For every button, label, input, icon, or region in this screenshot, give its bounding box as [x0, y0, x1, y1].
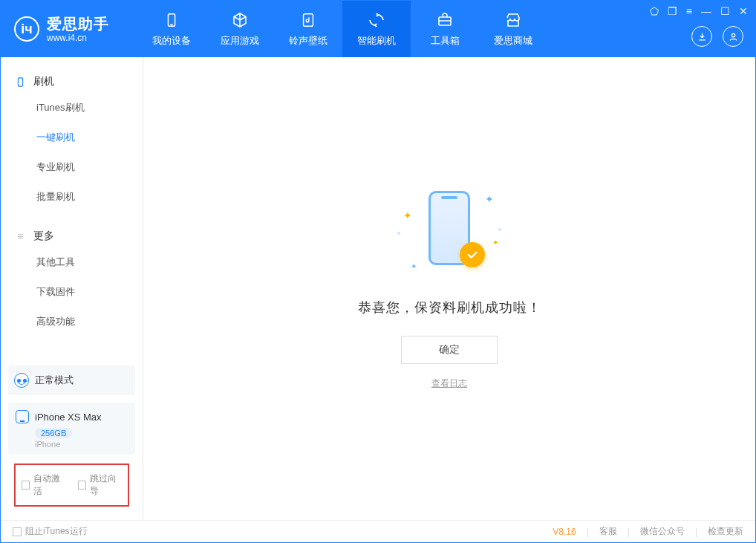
top-nav: 我的设备 应用游戏 铃声壁纸 智能刷机 工具箱 爱思商城	[137, 1, 547, 57]
app-name: 爱思助手	[47, 15, 109, 33]
shop-icon	[504, 10, 523, 30]
checkbox-skip-guide[interactable]: 跳过向导	[78, 472, 123, 498]
device-small-icon	[16, 410, 29, 423]
sidebar-item-download-firmware[interactable]: 下载固件	[1, 277, 143, 307]
svg-rect-5	[18, 77, 22, 85]
feedback-icon[interactable]: ❐	[668, 5, 677, 17]
phone-outline-icon	[14, 76, 26, 88]
logo-icon: iч	[14, 16, 39, 42]
list-icon: ≡	[14, 230, 26, 242]
app-logo: iч 爱思助手 www.i4.cn	[1, 1, 123, 57]
skin-icon[interactable]: ⬠	[650, 5, 659, 17]
app-header: iч 爱思助手 www.i4.cn 我的设备 应用游戏 铃声壁纸 智能刷机 工具…	[1, 1, 755, 57]
mode-label: 正常模式	[35, 374, 74, 387]
menu-icon[interactable]: ≡	[686, 5, 692, 17]
footer-link-wechat[interactable]: 微信公众号	[640, 525, 685, 538]
minimize-button[interactable]: —	[701, 5, 711, 17]
mode-icon	[14, 373, 29, 388]
sidebar-item-batch-flash[interactable]: 批量刷机	[1, 182, 143, 212]
download-button[interactable]	[691, 26, 712, 47]
device-mode[interactable]: 正常模式	[8, 365, 135, 395]
nav-ringtone-wallpaper[interactable]: 铃声壁纸	[274, 1, 342, 57]
version-label: V8.16	[553, 527, 576, 537]
status-bar: 阻止iTunes运行 V8.16 | 客服 | 微信公众号 | 检查更新	[1, 520, 755, 542]
nav-apps-games[interactable]: 应用游戏	[206, 1, 274, 57]
footer-link-support[interactable]: 客服	[599, 525, 617, 538]
user-button[interactable]	[723, 26, 743, 47]
sidebar-item-pro-flash[interactable]: 专业刷机	[1, 152, 143, 182]
sidebar-title-flash: 刷机	[1, 71, 143, 93]
refresh-icon	[367, 10, 386, 30]
highlighted-options: 自动激活 跳过向导	[14, 464, 129, 507]
sidebar-item-other-tools[interactable]: 其他工具	[1, 247, 143, 277]
header-right-buttons	[691, 26, 743, 47]
success-message: 恭喜您，保资料刷机成功啦！	[358, 299, 541, 316]
main-content: ✦ ✦ ✦ ✦ 恭喜您，保资料刷机成功啦！ 确定 查看日志	[143, 57, 755, 520]
nav-toolbox[interactable]: 工具箱	[411, 1, 479, 57]
sparkle-icon: ✦	[485, 193, 494, 205]
sidebar-group-more: ≡ 更多 其他工具 下载固件 高级功能	[1, 212, 143, 336]
footer-link-update[interactable]: 检查更新	[708, 525, 743, 538]
sidebar-item-advanced[interactable]: 高级功能	[1, 307, 143, 336]
success-illustration: ✦ ✦ ✦ ✦	[397, 187, 501, 276]
sidebar: 刷机 iTunes刷机 一键刷机 专业刷机 批量刷机 ≡ 更多 其他工具 下载固…	[1, 57, 143, 520]
sidebar-title-more: ≡ 更多	[1, 225, 143, 247]
sidebar-item-itunes-flash[interactable]: iTunes刷机	[1, 93, 143, 123]
checkbox-block-itunes[interactable]: 阻止iTunes运行	[13, 525, 88, 538]
check-badge-icon	[460, 242, 485, 267]
close-button[interactable]: ✕	[739, 5, 748, 17]
app-url: www.i4.cn	[47, 33, 109, 43]
device-type: iPhone	[35, 440, 128, 449]
window-controls: ⬠ ❐ ≡ — ☐ ✕	[650, 5, 748, 17]
sidebar-group-flash: 刷机 iTunes刷机 一键刷机 专业刷机 批量刷机	[1, 57, 143, 212]
svg-rect-2	[304, 14, 313, 27]
sparkle-icon: ✦	[492, 238, 498, 247]
sparkle-icon: ✦	[403, 209, 412, 221]
cube-icon	[230, 10, 250, 30]
view-log-link[interactable]: 查看日志	[431, 377, 467, 390]
checkbox-auto-activate[interactable]: 自动激活	[22, 472, 66, 498]
music-icon	[299, 10, 318, 30]
device-icon	[162, 10, 181, 30]
device-storage-badge: 256GB	[35, 428, 72, 438]
toolbox-icon	[435, 10, 454, 30]
device-info[interactable]: iPhone XS Max 256GB iPhone	[8, 403, 135, 455]
maximize-button[interactable]: ☐	[720, 5, 730, 17]
nav-smart-flash[interactable]: 智能刷机	[342, 1, 411, 57]
sparkle-icon: ✦	[411, 262, 417, 270]
nav-my-device[interactable]: 我的设备	[137, 1, 206, 57]
svg-point-4	[731, 33, 734, 36]
nav-shop[interactable]: 爱思商城	[479, 1, 547, 57]
device-name: iPhone XS Max	[35, 412, 102, 423]
sidebar-item-oneclick-flash[interactable]: 一键刷机	[1, 123, 143, 152]
ok-button[interactable]: 确定	[401, 336, 498, 364]
